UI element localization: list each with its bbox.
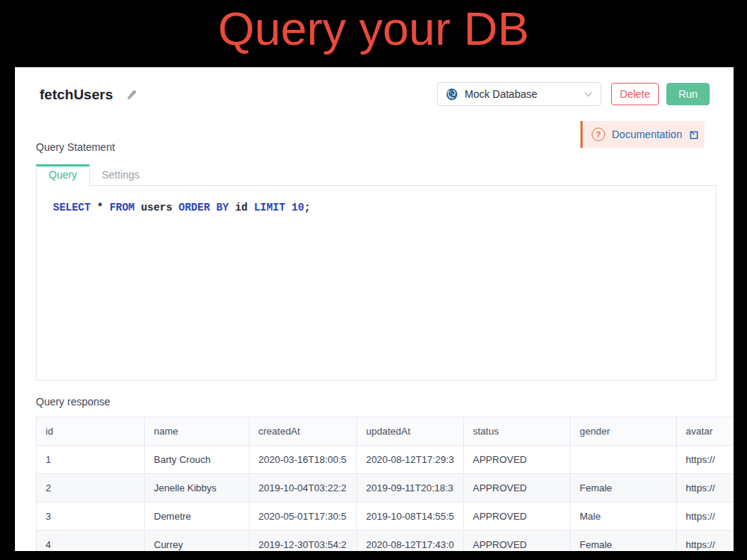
table-cell: 2019-10-08T14:55:5 bbox=[357, 503, 464, 531]
table-cell: 2019-10-04T03:22:2 bbox=[249, 474, 357, 503]
resource-dropdown-value: Mock Database bbox=[465, 88, 577, 100]
sql-token: id bbox=[229, 202, 254, 214]
column-header-avatar: avatar bbox=[677, 417, 734, 446]
column-header-gender: gender bbox=[571, 417, 677, 446]
query-editor-panel: fetchUsers Mock Database Delete Run ? Do… bbox=[15, 67, 734, 551]
column-header-name: name bbox=[145, 417, 249, 446]
table-cell: Currey bbox=[145, 531, 249, 552]
table-cell: APPROVED bbox=[464, 474, 571, 503]
table-cell: APPROVED bbox=[464, 446, 571, 474]
table-cell: https:// bbox=[677, 446, 734, 474]
question-circle-icon: ? bbox=[592, 128, 605, 141]
table-cell: Demetre bbox=[145, 503, 249, 531]
query-name: fetchUsers bbox=[40, 87, 113, 103]
table-cell: https:// bbox=[677, 474, 734, 503]
resource-dropdown[interactable]: Mock Database bbox=[437, 82, 601, 106]
open-doc-icon bbox=[689, 130, 699, 140]
table-cell: https:// bbox=[677, 503, 734, 531]
table-cell: 4 bbox=[37, 531, 145, 552]
table-cell bbox=[571, 446, 677, 474]
sql-editor[interactable]: SELECT * FROM users ORDER BY id LIMIT 10… bbox=[36, 185, 716, 381]
documentation-link[interactable]: Documentation bbox=[612, 128, 682, 140]
column-header-id: id bbox=[37, 417, 145, 446]
table-cell: Male bbox=[571, 503, 677, 531]
tab-settings[interactable]: Settings bbox=[90, 164, 152, 186]
table-cell: 2019-09-11T20:18:3 bbox=[357, 474, 464, 503]
tab-query[interactable]: Query bbox=[36, 164, 90, 186]
query-statement-label: Query Statement bbox=[36, 141, 115, 153]
response-table: idnamecreatedAtupdatedAtstatusgenderavat… bbox=[36, 417, 734, 551]
table-row: 4Currey2019-12-30T03:54:22020-08-12T17:4… bbox=[37, 531, 734, 552]
editor-area: QuerySettings SELECT * FROM users ORDER … bbox=[36, 164, 716, 381]
table-cell: Female bbox=[571, 531, 677, 552]
sql-token: ORDER BY bbox=[179, 202, 229, 214]
table-cell: 2020-05-01T17:30:5 bbox=[249, 503, 357, 531]
table-cell: Jenelle Kibbys bbox=[145, 474, 249, 503]
table-cell: 2 bbox=[37, 474, 145, 503]
sql-code-line: SELECT * FROM users ORDER BY id LIMIT 10… bbox=[53, 202, 716, 214]
table-cell: https:// bbox=[677, 531, 734, 552]
sql-token: LIMIT bbox=[254, 202, 285, 214]
sql-token: SELECT bbox=[53, 202, 90, 214]
postgresql-icon bbox=[446, 88, 458, 101]
table-row: 1Barty Crouch2020-03-16T18:00:52020-08-1… bbox=[37, 446, 734, 474]
table-cell: 2020-08-12T17:43:0 bbox=[357, 531, 464, 552]
sql-token: FROM bbox=[110, 202, 135, 214]
sql-token: * bbox=[90, 202, 109, 214]
table-cell: APPROVED bbox=[464, 531, 571, 552]
table-cell: 2020-03-16T18:00:5 bbox=[249, 446, 357, 474]
table-row: 2Jenelle Kibbys2019-10-04T03:22:22019-09… bbox=[37, 474, 734, 503]
table-cell: 3 bbox=[37, 503, 145, 531]
table-cell: Female bbox=[571, 474, 677, 503]
query-response-label: Query response bbox=[36, 396, 111, 408]
sql-token: ; bbox=[304, 202, 310, 214]
query-name-row: fetchUsers bbox=[40, 87, 137, 103]
table-cell: Barty Crouch bbox=[145, 446, 249, 474]
chevron-down-icon bbox=[584, 92, 592, 97]
table-header-row: idnamecreatedAtupdatedAtstatusgenderavat… bbox=[37, 417, 734, 446]
response-table-wrap: idnamecreatedAtupdatedAtstatusgenderavat… bbox=[36, 417, 734, 551]
slide-title: Query your DB bbox=[0, 1, 747, 55]
delete-button[interactable]: Delete bbox=[611, 83, 659, 105]
table-cell: APPROVED bbox=[464, 503, 571, 531]
column-header-createdAt: createdAt bbox=[249, 417, 357, 446]
table-body: 1Barty Crouch2020-03-16T18:00:52020-08-1… bbox=[37, 446, 734, 552]
run-button[interactable]: Run bbox=[666, 83, 710, 105]
table-row: 3Demetre2020-05-01T17:30:52019-10-08T14:… bbox=[37, 503, 734, 531]
table-cell: 2019-12-30T03:54:2 bbox=[249, 531, 357, 552]
pencil-icon[interactable] bbox=[125, 90, 137, 101]
table-cell: 2020-08-12T17:29:3 bbox=[357, 446, 464, 474]
documentation-banner: ? Documentation bbox=[580, 121, 704, 148]
editor-tabbar: QuerySettings bbox=[36, 164, 716, 186]
column-header-updatedAt: updatedAt bbox=[357, 417, 464, 446]
column-header-status: status bbox=[464, 417, 571, 446]
sql-token: 10 bbox=[291, 202, 304, 214]
table-cell: 1 bbox=[37, 446, 145, 474]
sql-token: users bbox=[134, 202, 179, 214]
